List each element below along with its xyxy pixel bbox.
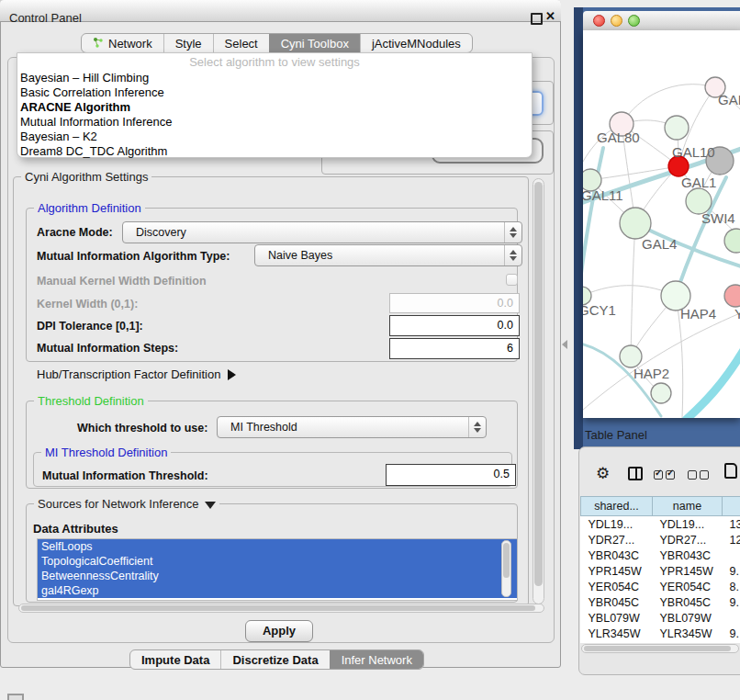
network-node-pink[interactable]	[724, 285, 740, 307]
close-traffic-light-icon[interactable]	[593, 15, 605, 27]
mi-type-select[interactable]: Naive Bayes	[254, 244, 522, 266]
sources-group-title[interactable]: Sources for Network Inference	[34, 497, 219, 511]
table-cell[interactable]: YER054C	[653, 579, 723, 594]
data-attributes-list[interactable]: SelfLoops TopologicalCoefficient Between…	[37, 538, 518, 601]
table-row[interactable]: YBR045CYBR045C9.	[581, 594, 740, 610]
network-window-titlebar[interactable]	[583, 11, 740, 31]
network-node[interactable]	[651, 383, 671, 403]
table-cell[interactable]: YLR345W	[653, 626, 723, 641]
table-cell[interactable]: 9.	[723, 641, 740, 643]
table-cell[interactable]: 9.	[723, 563, 740, 579]
columns-icon[interactable]	[628, 467, 643, 480]
apply-button[interactable]: Apply	[245, 620, 313, 642]
table-cell[interactable]: YBR043C	[581, 548, 653, 563]
select-all-checkboxes-icon[interactable]	[654, 469, 678, 482]
table-cell[interactable]: YBL079W	[653, 610, 723, 626]
table-row[interactable]: YDL19...YDL19...13	[581, 516, 740, 533]
mi-threshold-field[interactable]: 0.5	[386, 464, 516, 486]
aracne-mode-select[interactable]: Discovery	[122, 221, 522, 243]
threshold-definition-title: Threshold Definition	[34, 394, 148, 408]
network-node-gal10[interactable]	[665, 116, 689, 140]
gear-icon[interactable]: ⚙	[596, 464, 610, 483]
scrollbar-thumb[interactable]	[534, 182, 543, 586]
settings-horizontal-scrollbar[interactable]	[18, 604, 544, 613]
floating-mini-button[interactable]	[7, 694, 24, 700]
table-row[interactable]: YBR043CYBR043C	[581, 548, 740, 563]
network-node-hap2[interactable]	[620, 345, 642, 367]
new-table-icon[interactable]	[724, 463, 737, 479]
tab-network[interactable]: Network	[82, 34, 163, 52]
tab-jactivemnodules[interactable]: jActiveMNodules	[360, 34, 472, 52]
attribute-item-selected[interactable]: SelfLoops	[38, 539, 517, 554]
network-node-gal4[interactable]	[620, 208, 651, 239]
tab-select[interactable]: Select	[213, 34, 269, 52]
table-row[interactable]: YBL079WYBL079W	[581, 610, 740, 626]
table-cell[interactable]: YDL19...	[653, 516, 723, 533]
column-header-name[interactable]: name	[653, 497, 723, 516]
hub-expander[interactable]: Hub/Transcription Factor Definition	[37, 367, 236, 381]
dropdown-item[interactable]: Basic Correlation Inference	[17, 85, 532, 100]
table-cell[interactable]: YDR27...	[653, 532, 723, 548]
table-cell[interactable]	[723, 548, 740, 563]
close-icon[interactable]: ✕	[545, 9, 555, 23]
dropdown-item-highlighted[interactable]: ARACNE Algorithm	[17, 100, 532, 115]
table-row[interactable]: YER054CYER054C8.	[581, 579, 740, 594]
tab-infer-network[interactable]: Infer Network	[330, 650, 423, 669]
column-header-clipped[interactable]	[723, 497, 740, 516]
table-cell[interactable]	[723, 610, 740, 626]
dropdown-item[interactable]: Dream8 DC_TDC Algorithm	[17, 144, 532, 159]
scrollbar-thumb[interactable]	[503, 543, 510, 578]
manual-kernel-checkbox[interactable]	[506, 274, 518, 286]
table-cell[interactable]: YBL079W	[581, 610, 653, 626]
network-canvas[interactable]: GAL GAL80 GAL10 GAL1 GAL11 SWI4 GAL4 GCY…	[583, 30, 740, 418]
table-cell[interactable]: YPR145W	[653, 563, 723, 579]
table-cell[interactable]: YLR345W	[581, 626, 653, 641]
table-cell[interactable]: 9.	[723, 626, 740, 641]
float-window-icon[interactable]	[531, 13, 543, 25]
scrollbar-thumb[interactable]	[584, 646, 731, 651]
table-cell[interactable]: 8.	[723, 579, 740, 594]
table-cell[interactable]: YDL19...	[581, 516, 653, 533]
table-cell[interactable]: YPR145W	[581, 563, 653, 579]
table-cell[interactable]: YIL052C	[581, 641, 653, 643]
dropdown-item[interactable]: Bayesian – Hill Climbing	[17, 71, 532, 85]
attribute-item-selected[interactable]: TopologicalCoefficient	[38, 554, 517, 569]
table-row[interactable]: YLR345WYLR345W9.	[581, 626, 740, 641]
minimize-traffic-light-icon[interactable]	[611, 15, 622, 27]
settings-vertical-scrollbar[interactable]	[533, 178, 544, 604]
attribute-list-scrollbar[interactable]	[501, 540, 511, 597]
control-panel-titlebar[interactable]	[0, 0, 561, 22]
table-row[interactable]: YPR145WYPR145W9.	[581, 563, 740, 579]
table-cell[interactable]: YER054C	[581, 579, 653, 594]
table-cell[interactable]: YIL052C	[653, 641, 723, 643]
table-cell[interactable]: 12	[723, 532, 740, 548]
table-cell[interactable]: YBR045C	[581, 594, 653, 610]
zoom-traffic-light-icon[interactable]	[628, 15, 640, 27]
panel-divider-handle[interactable]	[562, 340, 567, 349]
attribute-item-selected[interactable]: gal4RGexp	[38, 583, 517, 598]
attribute-item-selected[interactable]: BetweennessCentrality	[38, 569, 517, 583]
table-cell[interactable]: YBR045C	[653, 594, 723, 610]
dropdown-item[interactable]: Bayesian – K2	[17, 130, 532, 144]
dpi-tolerance-field[interactable]: 0.0	[389, 315, 520, 336]
tab-impute-data[interactable]: Impute Data	[130, 650, 220, 669]
table-cell[interactable]: 13	[723, 516, 740, 533]
tab-cyni-toolbox[interactable]: Cyni Toolbox	[269, 34, 360, 52]
mi-steps-field[interactable]: 6	[389, 338, 520, 359]
table-cell[interactable]: YBR043C	[653, 548, 723, 563]
kernel-width-field[interactable]: 0.0	[389, 293, 520, 313]
table-cell[interactable]: 9.	[723, 594, 740, 610]
tab-style[interactable]: Style	[163, 34, 213, 52]
table-row[interactable]: YDR27...YDR27...12	[581, 532, 740, 548]
tab-discretize-data[interactable]: Discretize Data	[220, 650, 329, 669]
deselect-all-checkboxes-icon[interactable]	[688, 469, 712, 482]
network-node[interactable]	[724, 229, 740, 253]
dropdown-item[interactable]: Mutual Information Inference	[17, 115, 532, 130]
table-cell[interactable]: YDR27...	[581, 532, 653, 548]
which-threshold-select[interactable]: MI Threshold	[217, 416, 487, 438]
thick-cyan-edge[interactable]	[686, 350, 740, 418]
scrollbar-thumb[interactable]	[21, 605, 535, 611]
table-horizontal-scrollbar[interactable]	[581, 644, 739, 653]
table-row[interactable]: YIL052CYIL052C9.	[581, 641, 740, 643]
column-header-shared-name[interactable]: shared...	[581, 497, 653, 516]
